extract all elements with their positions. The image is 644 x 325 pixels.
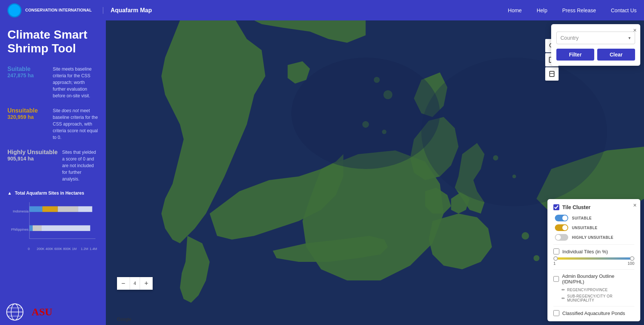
chart-section: ▲ Total Aquafarm Sites in Hectares Indon… [7, 191, 98, 252]
slider-labels: 1 100 [553, 261, 634, 266]
y-label-philippines: Philippines [11, 227, 29, 231]
x-label-600k: 600K [54, 247, 63, 251]
clear-button[interactable]: Clear [597, 49, 635, 61]
highly-unsuitable-toggle-thumb [556, 235, 561, 240]
chart-header: ▲ Total Aquafarm Sites in Hectares [7, 191, 98, 196]
bar-philippines-extra [42, 225, 90, 231]
legend-divider-2 [553, 269, 634, 270]
app-title: Aquafarm Map [103, 7, 152, 14]
partner-logos: ASU [6, 303, 52, 321]
unsuitable-toggle[interactable] [555, 224, 568, 231]
ci-logo-circle [7, 3, 22, 17]
bookmark-tool-btn[interactable] [545, 67, 559, 81]
admin-boundary-checkbox[interactable] [553, 276, 559, 282]
legend-panel: × Tile Cluster SUITABLE UNSUITABLE HIGHL… [547, 199, 640, 321]
unsuitable-toggle-row: UNSUITABLE [553, 224, 634, 231]
suitable-desc: Site meets baseline criteria for the CSS… [53, 66, 98, 99]
subregency-row: ✏ SUB-REGENCY/CITY OR MUNICIPALITY [562, 294, 634, 302]
slider-container: 1 100 [553, 257, 634, 266]
individual-tiles-label: Individual Tiles (in %) [562, 249, 608, 254]
unsuitable-stat: Unsuitable 320,959 ha Site does not meet… [7, 107, 98, 141]
suitable-toggle-label: SUITABLE [572, 216, 592, 220]
top-nav: CONSERVATION INTERNATIONAL Aquafarm Map … [0, 0, 644, 20]
individual-tiles-checkbox[interactable] [553, 248, 559, 254]
chart-chevron: ▲ [7, 191, 12, 196]
regency-label: REGENCY/PROVINCE [567, 288, 608, 292]
bar-indonesia-unsuitable [42, 206, 58, 212]
x-label-200k: 200K [37, 247, 46, 251]
classified-ponds-row: Classified Aquaculture Ponds [553, 310, 634, 316]
classified-ponds-label: Classified Aquaculture Ponds [562, 311, 625, 316]
subregency-label: SUB-REGENCY/CITY OR MUNICIPALITY [567, 294, 634, 302]
slider-thumb-left [553, 256, 558, 261]
admin-boundary-label: Admin Boundary Outline (IDN/PHL) [562, 273, 634, 285]
unsuitable-desc: Site does not meet baseline criteria for… [53, 107, 98, 141]
bar-indonesia-highly-unsuitable [58, 206, 78, 212]
svg-point-14 [292, 58, 440, 169]
bar-philippines-suitable [29, 225, 33, 231]
slider-min-label: 1 [553, 261, 556, 266]
bar-indonesia-suitable [29, 206, 42, 212]
asu-logo: ASU [32, 306, 52, 318]
admin-boundary-row: Admin Boundary Outline (IDN/PHL) [553, 273, 634, 285]
zoom-controls: − 4 + [117, 277, 153, 290]
slider-thumb-right [630, 256, 634, 261]
svg-point-13 [534, 255, 540, 261]
zoom-in-button[interactable]: + [140, 277, 153, 290]
tile-cluster-label: Tile Cluster [562, 204, 591, 210]
classified-ponds-checkbox[interactable] [553, 310, 559, 316]
nav-home[interactable]: Home [508, 7, 522, 13]
nav-help[interactable]: Help [537, 7, 547, 13]
x-label-400k: 400K [46, 247, 55, 251]
nav-links: Home Help Press Release Contact Us [508, 7, 637, 13]
legend-divider-3 [553, 306, 634, 306]
unsuitable-label: Unsuitable 320,959 ha [7, 107, 48, 120]
svg-point-15 [422, 58, 607, 206]
org-name: CONSERVATION INTERNATIONAL [25, 7, 92, 13]
legend-panel-close-button[interactable]: × [633, 202, 637, 209]
x-label-1m: 1M [72, 247, 81, 251]
tile-cluster-checkbox[interactable] [553, 204, 559, 210]
chart-area: Indonesia Philippines 0 200K 400K 600K [7, 200, 98, 252]
highly-unsuitable-toggle-label: HIGHLY UNSUITABLE [572, 235, 614, 240]
nav-press-release[interactable]: Press Release [562, 7, 596, 13]
highly-unsuitable-toggle-row: HIGHLY UNSUITABLE [553, 234, 634, 241]
y-label-indonesia: Indonesia [13, 209, 29, 213]
zoom-out-button[interactable]: − [117, 277, 130, 290]
suitable-toggle[interactable] [555, 215, 568, 221]
filter-panel: × Country Indonesia Philippines ▼ Filter… [551, 24, 640, 66]
slider-max-label: 100 [628, 261, 634, 266]
nav-contact-us[interactable]: Contact Us [611, 7, 637, 13]
regency-row: ✏ REGENCY/PROVINCE [562, 287, 634, 292]
country-select[interactable]: Country Indonesia Philippines [556, 32, 635, 44]
highly-unsuitable-desc: Sites that yielded a score of 0 and are … [62, 149, 98, 182]
filter-buttons: Filter Clear [556, 49, 635, 61]
x-label-1-2m: 1.2M [81, 247, 90, 251]
unsuitable-toggle-thumb [562, 225, 567, 230]
x-label-0: 0 [28, 247, 37, 251]
chart-title: Total Aquafarm Sites in Hectares [15, 191, 84, 196]
tile-cluster-row: Tile Cluster [553, 204, 634, 210]
filter-button[interactable]: Filter [556, 49, 594, 61]
legend-slider[interactable] [553, 257, 634, 260]
globe-icon [6, 303, 24, 321]
individual-tiles-row: Individual Tiles (in %) [553, 248, 634, 254]
legend-divider-1 [553, 244, 634, 245]
subregency-pen-icon: ✏ [562, 296, 565, 301]
chart-svg: Indonesia Philippines [7, 200, 98, 245]
org-logo: CONSERVATION INTERNATIONAL [7, 3, 92, 17]
unsuitable-toggle-label: UNSUITABLE [572, 226, 598, 230]
x-label-800k: 800K [63, 247, 72, 251]
regency-pen-icon: ✏ [562, 287, 565, 292]
highly-unsuitable-toggle[interactable] [555, 234, 568, 241]
highly-unsuitable-stat: Highly Unsuitable 905,914 ha Sites that … [7, 149, 98, 182]
bar-indonesia-extra [78, 206, 92, 212]
suitable-toggle-thumb [562, 215, 567, 221]
chart-x-labels: 0 200K 400K 600K 800K 1M 1.2M 1.4M [7, 247, 98, 251]
google-label: Google [117, 317, 131, 322]
tool-title: Climate Smart Shrimp Tool [7, 28, 98, 55]
zoom-level: 4 [130, 277, 140, 290]
sidebar: Climate Smart Shrimp Tool Suitable 247,8… [0, 20, 106, 325]
map-area[interactable]: − 4 + Google Imagery ©2023 TerraMetrics … [106, 20, 644, 325]
suitable-label: Suitable 247,875 ha [7, 66, 48, 78]
